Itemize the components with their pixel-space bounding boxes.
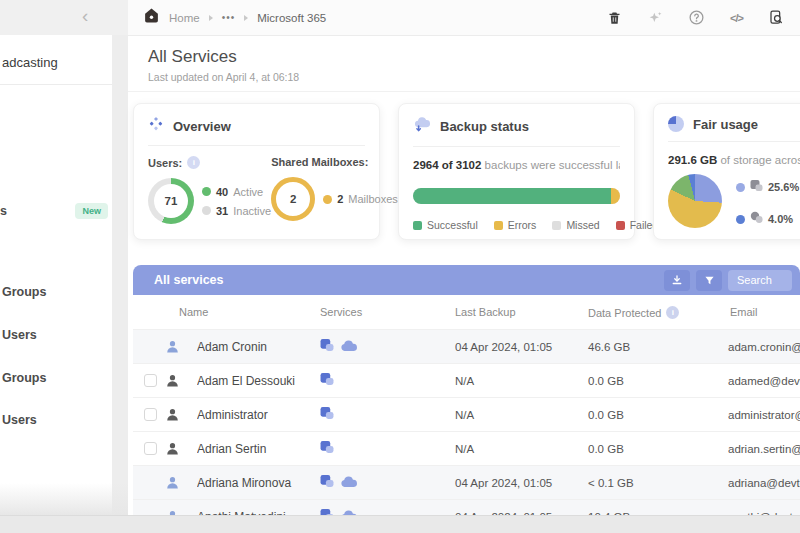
breadcrumb-home[interactable]: Home	[169, 12, 200, 24]
last-backup: 04 Apr 2024, 01:05	[455, 477, 588, 489]
user-name[interactable]: Administrator	[197, 408, 320, 422]
active-label: Active	[233, 186, 263, 198]
user-name[interactable]: Adriana Mironova	[197, 476, 320, 490]
user-name[interactable]: Adrian Sertin	[197, 442, 320, 456]
home-icon[interactable]	[143, 7, 160, 28]
services-cell	[320, 406, 455, 424]
user-email: adrian.sertin@de	[728, 443, 800, 455]
missed-square-icon	[552, 221, 561, 230]
sidebar-collapse-icon[interactable]: ‹	[82, 5, 88, 27]
table-column-headers: Name Services Last Backup Data Protected…	[133, 295, 800, 330]
sidebar-item-users-2[interactable]: Users	[2, 413, 37, 427]
user-name[interactable]: Adam Cronin	[197, 340, 320, 354]
table-row[interactable]: Adrian Sertin N/A 0.0 GB adrian.sertin@d…	[133, 432, 800, 466]
user-email: adam.cronin@devte	[728, 341, 800, 353]
chevron-right-icon	[244, 15, 248, 21]
exchange-icon	[750, 178, 763, 196]
services-cell	[320, 338, 455, 356]
backup-progress-bar	[413, 188, 620, 204]
checkbox-cell	[133, 442, 165, 455]
successful-square-icon	[413, 221, 422, 230]
table-row[interactable]: Adam Cronin 04 Apr 2024, 01:05 46.6 GB a…	[133, 330, 800, 364]
table-title: All services	[154, 273, 224, 287]
services-cell	[320, 440, 455, 458]
mailboxes-label: Mailboxes	[348, 193, 398, 205]
fair-usage-total: 291.6 GB	[668, 154, 717, 166]
column-header-email[interactable]: Email	[730, 306, 758, 318]
column-header-data-protected[interactable]: Data Protected i	[588, 306, 679, 319]
code-icon[interactable]: </>	[730, 12, 743, 24]
new-badge: New	[75, 203, 108, 219]
checkbox-cell	[133, 408, 165, 421]
data-protected: 0.0 GB	[588, 443, 728, 455]
mailboxes-count: 2	[337, 193, 343, 205]
row-checkbox[interactable]	[144, 408, 157, 421]
bottom-strip	[0, 515, 800, 533]
sidebar-gutter	[112, 0, 128, 533]
exchange-icon	[320, 406, 334, 424]
progress-errors	[611, 188, 620, 204]
mailboxes-total: 2	[290, 193, 296, 205]
page-title: All Services	[148, 47, 800, 67]
backup-status-card-title: Backup status	[440, 119, 529, 134]
breadcrumb: Home ••• Microsoft 365	[128, 7, 326, 28]
users-info-icon[interactable]: i	[187, 156, 200, 169]
last-backup: N/A	[455, 409, 588, 421]
fair-usage-card-title: Fair usage	[693, 117, 758, 132]
active-dot-icon	[202, 187, 211, 196]
pie-chart-icon	[668, 116, 684, 132]
sidebar-item-users[interactable]: Users	[2, 328, 37, 342]
backup-legend: Successful Errors Missed Failed	[413, 219, 620, 231]
column-header-last-backup[interactable]: Last Backup	[455, 306, 516, 318]
exchange-icon	[320, 372, 334, 390]
filter-button[interactable]	[696, 270, 722, 291]
data-protected-info-icon[interactable]: i	[666, 306, 679, 319]
row-checkbox[interactable]	[144, 374, 157, 387]
data-protected: 46.6 GB	[588, 341, 728, 353]
sharepoint-icon	[750, 210, 763, 228]
last-backup: 04 Apr 2024, 01:05	[455, 341, 588, 353]
inactive-dot-icon	[202, 206, 211, 215]
download-button[interactable]	[664, 270, 690, 291]
sidebar-item-groups-2[interactable]: Groups	[2, 371, 46, 385]
sidebar-bottom-fade	[0, 483, 128, 515]
row-checkbox[interactable]	[144, 442, 157, 455]
search-input[interactable]: Search	[728, 270, 792, 291]
sidebar-item-with-new-badge[interactable]: s New	[0, 203, 108, 219]
checkbox-cell	[133, 374, 165, 387]
sidebar-item-groups[interactable]: Groups	[2, 285, 46, 299]
breadcrumb-ellipsis[interactable]: •••	[222, 12, 236, 23]
trash-icon[interactable]	[607, 10, 622, 26]
exchange-icon	[320, 338, 334, 356]
help-icon[interactable]	[688, 9, 705, 26]
sidebar-item-broadcasting[interactable]: adcasting	[2, 55, 58, 70]
table-row[interactable]: Adriana Mironova 04 Apr 2024, 01:05 < 0.…	[133, 466, 800, 500]
sidebar: adcasting s New Groups Users Groups User…	[0, 0, 112, 533]
users-donut: 71	[148, 178, 194, 224]
last-backup: N/A	[455, 443, 588, 455]
legend-missed: Missed	[566, 219, 599, 231]
table-body: Adam Cronin 04 Apr 2024, 01:05 46.6 GB a…	[133, 330, 800, 533]
column-header-services[interactable]: Services	[320, 306, 362, 318]
inactive-count: 31	[216, 205, 228, 217]
exchange-icon	[320, 440, 334, 458]
table-row[interactable]: Administrator N/A 0.0 GB administrator@d	[133, 398, 800, 432]
data-protected: < 0.1 GB	[588, 477, 728, 489]
services-cell	[320, 372, 455, 390]
column-header-name[interactable]: Name	[179, 306, 208, 318]
table-row[interactable]: Adam El Dessouki N/A 0.0 GB adamed@devte	[133, 364, 800, 398]
user-name[interactable]: Adam El Dessouki	[197, 374, 320, 388]
backup-summary-count: 2964 of 3102	[413, 159, 481, 171]
shared-mailboxes-label: Shared Mailboxes:	[271, 156, 368, 168]
sparkle-ai-icon[interactable]	[647, 10, 663, 26]
user-avatar-icon	[165, 339, 197, 354]
user-avatar-icon	[165, 373, 197, 388]
sidebar-item-label: s	[0, 204, 7, 218]
overview-card: Overview Users: i 71	[133, 103, 380, 240]
users-total: 71	[148, 178, 194, 224]
breadcrumb-current[interactable]: Microsoft 365	[257, 12, 326, 24]
failed-square-icon	[616, 221, 625, 230]
search-document-icon[interactable]	[768, 9, 784, 26]
users-label: Users:	[148, 157, 182, 169]
exchange-icon	[320, 474, 334, 492]
